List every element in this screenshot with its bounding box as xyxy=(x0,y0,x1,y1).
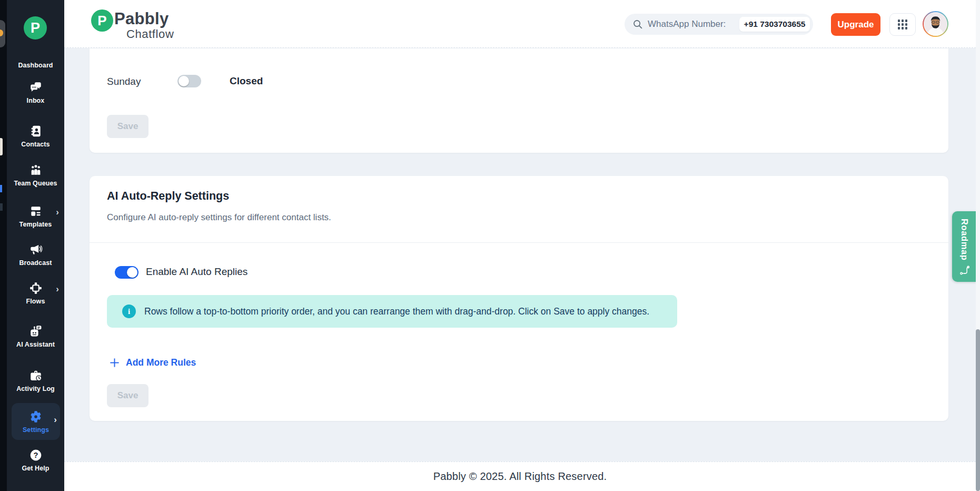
card-divider xyxy=(90,242,948,243)
sidebar-item-dashboard[interactable]: Dashboard xyxy=(7,59,64,69)
sidebar-item-label: Settings xyxy=(23,426,49,434)
sunday-toggle[interactable] xyxy=(177,75,201,87)
sidebar-item-broadcast[interactable]: Broadcast xyxy=(7,243,64,267)
add-more-rules-link[interactable]: Add More Rules xyxy=(109,357,196,368)
roadmap-icon xyxy=(959,264,971,276)
sidebar-item-label: Get Help xyxy=(22,465,49,472)
contacts-icon xyxy=(29,124,43,138)
whatsapp-number-search[interactable]: WhatsApp Number: +91 7303703655 xyxy=(625,14,813,35)
product-name: Chatflow xyxy=(126,27,174,41)
sidebar-item-team-queues[interactable]: Team Queues xyxy=(7,163,64,187)
apps-grid-button[interactable] xyxy=(889,13,916,36)
search-icon xyxy=(632,19,643,30)
plus-icon xyxy=(109,357,120,368)
sidebar-item-label: Flows xyxy=(26,298,45,305)
page-footer: Pabbly © 2025. All Rights Reserved. xyxy=(64,461,976,491)
templates-icon xyxy=(29,204,43,218)
info-icon: i xyxy=(122,305,136,318)
chevron-right-icon: › xyxy=(54,415,57,425)
pabbly-chatflow-app: P Dashboard Inbox Contacts Team Queues T… xyxy=(0,0,980,491)
priority-info-text: Rows follow a top-to-bottom priority ord… xyxy=(144,306,649,317)
top-header: P Pabbly Chatflow WhatsApp Number: +91 7… xyxy=(64,0,976,48)
sidebar-item-ai-assistant[interactable]: AI Assistant xyxy=(7,325,64,348)
ai-settings-save-button[interactable]: Save xyxy=(107,384,149,407)
whatsapp-number-label: WhatsApp Number: xyxy=(648,19,726,30)
sidebar-item-inbox[interactable]: Inbox xyxy=(7,81,64,104)
sidebar-item-templates[interactable]: Templates › xyxy=(7,204,64,228)
toggle-knob xyxy=(127,267,137,278)
day-label: Sunday xyxy=(107,76,141,87)
whatsapp-number-value: +91 7303703655 xyxy=(739,17,810,32)
broadcast-icon xyxy=(29,243,43,257)
browser-tab-white-fragment xyxy=(0,138,3,155)
sidebar-item-get-help[interactable]: Get Help xyxy=(7,448,64,472)
sidebar-item-label: Team Queues xyxy=(14,180,57,187)
ai-icon xyxy=(29,325,43,338)
priority-info-banner: i Rows follow a top-to-bottom priority o… xyxy=(107,295,677,328)
browser-tab-blue-fragment xyxy=(0,185,2,192)
sidebar-item-label: Contacts xyxy=(21,141,50,148)
scrollbar-thumb[interactable] xyxy=(976,329,980,491)
chevron-right-icon: › xyxy=(56,284,59,294)
upgrade-button[interactable]: Upgrade xyxy=(831,13,880,36)
browser-tab-dark-fragment xyxy=(0,203,3,211)
sidebar: P Dashboard Inbox Contacts Team Queues T… xyxy=(7,0,64,491)
add-more-rules-label: Add More Rules xyxy=(126,357,196,368)
sidebar-item-label: Dashboard xyxy=(18,62,53,69)
sidebar-item-label: Broadcast xyxy=(19,259,52,267)
avatar-photo xyxy=(924,12,947,36)
gear-icon xyxy=(29,410,43,424)
inbox-icon xyxy=(29,81,43,94)
activity-icon xyxy=(29,369,43,382)
card-title: AI Auto-Reply Settings xyxy=(107,190,229,203)
help-icon xyxy=(29,448,43,462)
enable-ai-toggle[interactable] xyxy=(115,266,138,279)
sidebar-item-label: Activity Log xyxy=(16,385,55,392)
business-hours-card: Sunday Closed Save xyxy=(90,48,948,153)
chevron-right-icon: › xyxy=(56,207,59,218)
toggle-knob xyxy=(179,76,189,86)
sidebar-item-settings[interactable]: Settings › xyxy=(12,403,60,440)
flows-icon xyxy=(29,281,43,295)
settings-page: Sunday Closed Save AI Auto-Reply Setting… xyxy=(64,48,976,461)
user-avatar[interactable] xyxy=(923,11,948,37)
sidebar-item-flows[interactable]: Flows › xyxy=(7,281,64,305)
business-hours-save-button[interactable]: Save xyxy=(107,115,149,138)
team-icon xyxy=(29,163,43,177)
day-status: Closed xyxy=(230,75,263,87)
roadmap-tab[interactable]: Roadmap xyxy=(952,211,977,282)
sidebar-item-label: Templates xyxy=(19,221,52,228)
sidebar-item-label: Inbox xyxy=(27,97,45,104)
sidebar-item-contacts[interactable]: Contacts xyxy=(7,124,64,148)
sidebar-item-label: AI Assistant xyxy=(16,341,55,348)
browser-edge-strip xyxy=(0,0,7,491)
enable-ai-label: Enable AI Auto Replies xyxy=(146,266,248,278)
pabbly-logo-icon[interactable]: P xyxy=(24,16,47,40)
grid-icon xyxy=(898,19,908,30)
copyright-text: Pabbly © 2025. All Rights Reserved. xyxy=(433,470,607,483)
sidebar-item-activity-log[interactable]: Activity Log xyxy=(7,369,64,392)
brand-name: Pabbly xyxy=(114,9,169,28)
ai-auto-reply-card: AI Auto-Reply Settings Configure AI auto… xyxy=(90,176,948,421)
scrollbar-track[interactable] xyxy=(976,0,980,491)
roadmap-label: Roadmap xyxy=(959,219,969,260)
card-subtitle: Configure AI auto-reply settings for dif… xyxy=(107,212,331,223)
pabbly-header-logo-icon[interactable]: P xyxy=(91,9,113,32)
